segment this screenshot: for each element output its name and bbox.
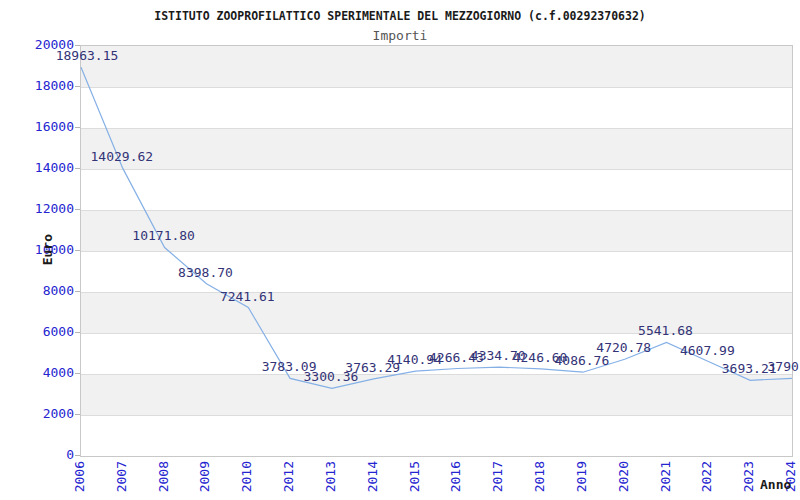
y-tick-mark xyxy=(75,209,80,210)
y-tick-label: 6000 xyxy=(28,324,74,339)
x-tick-label: 2023 xyxy=(742,461,756,492)
y-tick-mark xyxy=(75,45,80,46)
x-tick-label: 2017 xyxy=(491,461,505,492)
y-tick-label: 12000 xyxy=(28,201,74,216)
x-tick-label: 2015 xyxy=(408,461,422,492)
x-tick-label: 2008 xyxy=(157,461,171,492)
x-tick-label: 2010 xyxy=(240,461,254,492)
x-tick-label: 2018 xyxy=(533,461,547,492)
x-tick-label: 2021 xyxy=(659,461,673,492)
data-point-label: 5541.68 xyxy=(638,324,693,338)
x-tick-label: 2014 xyxy=(366,461,380,492)
y-tick-mark xyxy=(75,332,80,333)
x-tick-label: 2016 xyxy=(449,461,463,492)
y-tick-mark xyxy=(75,455,80,456)
data-point-label: 4086.76 xyxy=(554,354,609,368)
x-tick-label: 2020 xyxy=(617,461,631,492)
chart-page: { "chart_data": { "type": "line", "title… xyxy=(0,0,800,500)
y-tick-mark xyxy=(75,168,80,169)
y-tick-label: 0 xyxy=(28,447,74,462)
y-tick-mark xyxy=(75,373,80,374)
x-axis-title: Anno xyxy=(760,478,791,492)
y-tick-label: 8000 xyxy=(28,283,74,298)
x-tick-label: 2019 xyxy=(575,461,589,492)
data-point-label: 18963.15 xyxy=(56,49,119,63)
chart-title: ISTITUTO ZOOPROFILATTICO SPERIMENTALE DE… xyxy=(0,9,800,23)
x-tick-label: 2006 xyxy=(73,461,87,492)
y-tick-label: 14000 xyxy=(28,160,74,175)
line-series xyxy=(81,46,792,456)
data-point-label: 7241.61 xyxy=(220,290,275,304)
data-point-label: 4720.78 xyxy=(596,341,651,355)
y-tick-label: 4000 xyxy=(28,365,74,380)
y-tick-mark xyxy=(75,127,80,128)
chart-subtitle: Importi xyxy=(0,28,800,43)
data-point-label: 8398.70 xyxy=(178,266,233,280)
data-point-label: 14029.62 xyxy=(91,150,154,164)
y-tick-mark xyxy=(75,86,80,87)
y-tick-mark xyxy=(75,291,80,292)
data-point-label: 10171.80 xyxy=(132,229,195,243)
x-tick-label: 2009 xyxy=(198,461,212,492)
x-tick-label: 2012 xyxy=(282,461,296,492)
plot-area xyxy=(80,45,793,457)
y-tick-label: 2000 xyxy=(28,406,74,421)
y-tick-label: 16000 xyxy=(28,119,74,134)
data-point-label: 3790.5 xyxy=(768,360,800,374)
y-tick-mark xyxy=(75,414,80,415)
x-tick-label: 2013 xyxy=(324,461,338,492)
y-tick-label: 18000 xyxy=(28,78,74,93)
x-tick-label: 2007 xyxy=(115,461,129,492)
x-tick-label: 2022 xyxy=(700,461,714,492)
y-tick-mark xyxy=(75,250,80,251)
data-point-label: 4607.99 xyxy=(680,344,735,358)
y-axis-title: Euro xyxy=(41,234,55,265)
